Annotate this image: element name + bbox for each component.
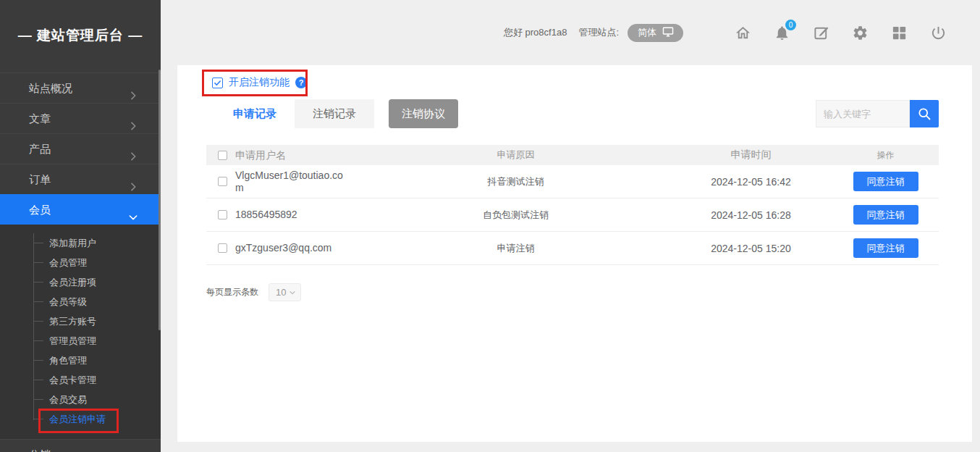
submenu-item-label: 会员注册项: [49, 277, 96, 288]
submenu-item-member-levels[interactable]: 会员等级: [0, 292, 161, 311]
members-submenu: 添加新用户 会员管理 会员注册项 会员等级 第三方账号 管理员管理 角色管理 会…: [0, 225, 161, 439]
chevron-right-icon: [127, 449, 139, 452]
tab-application-records[interactable]: 申请记录: [215, 99, 295, 128]
sidebar-item-members[interactable]: 会员: [0, 194, 161, 225]
grid-icon: [891, 25, 908, 41]
sidebar-item-orders[interactable]: 订单: [0, 164, 161, 194]
submenu-item-label: 管理员管理: [49, 335, 96, 346]
gear-icon: [852, 25, 869, 41]
row-checkbox[interactable]: [218, 177, 227, 186]
sidebar-scrollbar[interactable]: [159, 70, 161, 330]
topbar: 您好 pro8cf1a8 管理站点: 简体 0: [161, 0, 980, 65]
power-icon: [930, 25, 947, 41]
managed-site-label: 管理站点:: [578, 26, 619, 39]
logout-button[interactable]: [930, 25, 947, 41]
notification-badge: 0: [785, 20, 796, 30]
submenu-item-member-cancellation[interactable]: 会员注销申请: [0, 409, 161, 429]
sidebar: — 建站管理后台 — 站点概况 文章 产品 订单 会员: [0, 0, 161, 452]
cell-reason: 申请注销: [362, 242, 669, 255]
col-header-reason: 申请原因: [362, 148, 669, 162]
search-bar: [816, 100, 939, 127]
notifications-button[interactable]: 0: [774, 25, 790, 41]
home-button[interactable]: [735, 25, 751, 41]
submenu-item-label: 角色管理: [49, 355, 87, 366]
submenu-item-member-management[interactable]: 会员管理: [0, 253, 161, 272]
submenu-item-admin-management[interactable]: 管理员管理: [0, 331, 161, 351]
language-switch-button[interactable]: 简体: [628, 24, 683, 42]
agree-cancellation-button[interactable]: 同意注销: [853, 172, 918, 191]
submenu-item-member-cards[interactable]: 会员卡管理: [0, 370, 161, 390]
enable-cancellation-label[interactable]: 开启注销功能: [229, 76, 290, 89]
app-window: — 建站管理后台 — 站点概况 文章 产品 订单 会员: [0, 0, 980, 452]
sidebar-item-label: 产品: [29, 143, 51, 155]
cell-time: 2024-12-05 15:20: [669, 243, 832, 254]
page-size-label: 每页显示条数: [206, 286, 258, 298]
col-header-action: 操作: [832, 149, 939, 162]
row-checkbox[interactable]: [218, 243, 227, 253]
content-card: 开启注销功能 ? 申请记录 注销记录 注销协议 申请用户名 申请原因 申请时间 …: [177, 65, 972, 442]
chevron-right-icon: [127, 143, 139, 155]
sidebar-item-label: 站点概况: [29, 82, 72, 94]
applications-table: 申请用户名 申请原因 申请时间 操作 VlgcMuser1@toutiao.co…: [206, 145, 939, 265]
sidebar-item-label: 文章: [29, 112, 51, 125]
submenu-item-third-party-accounts[interactable]: 第三方账号: [0, 311, 161, 331]
cell-reason: 自负包测试注销: [362, 209, 669, 222]
home-icon: [735, 25, 751, 41]
submenu-item-label: 会员注销申请: [49, 414, 106, 424]
tabs-row: 申请记录 注销记录 注销协议: [215, 99, 939, 128]
table-header-row: 申请用户名 申请原因 申请时间 操作: [206, 145, 939, 165]
settings-button[interactable]: [852, 25, 869, 41]
row-checkbox[interactable]: [218, 210, 227, 219]
sidebar-item-site-overview[interactable]: 站点概况: [0, 72, 161, 103]
chevron-down-icon: [127, 204, 139, 216]
chevron-right-icon: [127, 174, 139, 185]
sidebar-item-label: 订单: [29, 173, 51, 185]
sidebar-item-articles[interactable]: 文章: [0, 103, 161, 133]
search-input[interactable]: [816, 100, 910, 127]
user-greeting: 您好 pro8cf1a8: [504, 26, 567, 39]
submenu-item-label: 会员卡管理: [49, 374, 96, 385]
search-button[interactable]: [910, 100, 939, 127]
agree-cancellation-button[interactable]: 同意注销: [853, 205, 918, 225]
cell-time: 2024-12-05 16:28: [669, 209, 832, 221]
table-row: 18856495892 自负包测试注销 2024-12-05 16:28 同意注…: [206, 198, 939, 232]
submenu-item-label: 添加新用户: [49, 238, 96, 248]
submenu-item-label: 第三方账号: [49, 316, 96, 327]
sidebar-item-label: 会员: [29, 204, 51, 216]
submenu-item-member-transactions[interactable]: 会员交易: [0, 390, 161, 409]
page-size-select[interactable]: 10: [269, 283, 301, 301]
submenu-item-role-management[interactable]: 角色管理: [0, 351, 161, 370]
help-icon[interactable]: ?: [295, 77, 307, 88]
sidebar-nav: 站点概况 文章 产品 订单 会员 添加新用户 会员管理 会: [0, 72, 161, 452]
language-label: 简体: [638, 26, 656, 39]
sidebar-item-products[interactable]: 产品: [0, 133, 161, 164]
submenu-item-registration-fields[interactable]: 会员注册项: [0, 272, 161, 292]
table-row: VlgcMuser1@toutiao.com 抖音测试注销 2024-12-05…: [206, 165, 939, 198]
chevron-down-icon: [289, 289, 296, 296]
select-all-checkbox[interactable]: [218, 151, 227, 160]
chevron-right-icon: [127, 113, 139, 125]
enable-cancellation-checkbox[interactable]: [212, 78, 223, 88]
pagination: 每页显示条数 10: [206, 283, 301, 301]
edit-icon: [813, 25, 829, 41]
cell-username: gxTzguser3@qq.com: [235, 242, 362, 254]
cell-time: 2024-12-05 16:42: [669, 176, 832, 188]
apps-button[interactable]: [891, 25, 908, 41]
tab-cancellation-records[interactable]: 注销记录: [295, 99, 374, 128]
submenu-item-label: 会员等级: [49, 296, 87, 307]
tab-cancellation-agreement[interactable]: 注销协议: [389, 99, 458, 128]
sidebar-item-distribution[interactable]: 分销: [0, 439, 161, 452]
sidebar-item-label: 分销: [29, 448, 51, 452]
app-title: — 建站管理后台 —: [0, 0, 161, 45]
submenu-item-add-user[interactable]: 添加新用户: [0, 233, 161, 253]
cancellation-toggle-row: 开启注销功能 ?: [212, 76, 307, 89]
table-row: gxTzguser3@qq.com 申请注销 2024-12-05 15:20 …: [206, 232, 939, 265]
edit-button[interactable]: [813, 25, 829, 41]
chevron-right-icon: [127, 83, 139, 94]
agree-cancellation-button[interactable]: 同意注销: [853, 238, 918, 258]
col-header-time: 申请时间: [669, 148, 832, 162]
page-size-value: 10: [276, 287, 286, 298]
cell-reason: 抖音测试注销: [362, 175, 669, 188]
cell-username: 18856495892: [235, 209, 362, 221]
search-icon: [917, 106, 932, 121]
